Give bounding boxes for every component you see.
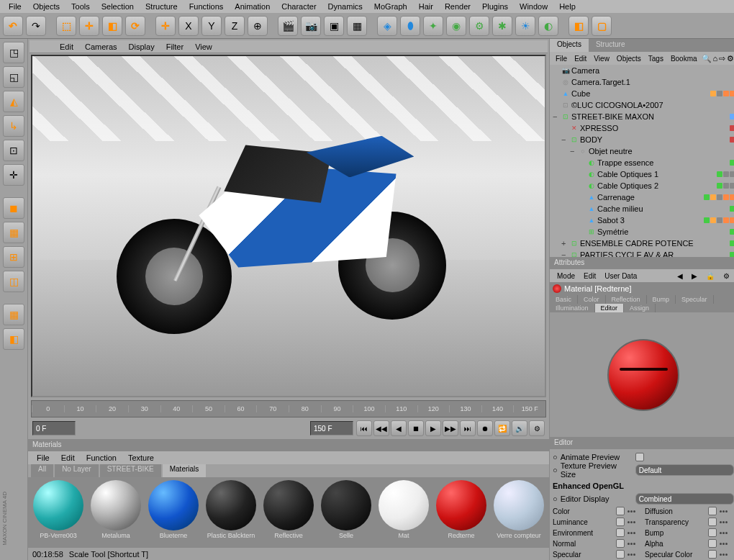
objects-menu-edit[interactable]: Edit: [571, 55, 589, 63]
tag-icon[interactable]: [730, 114, 734, 119]
toolbar-button[interactable]: ◐: [538, 16, 558, 36]
channel-menu-icon[interactable]: [627, 510, 642, 512]
tool-button[interactable]: ◼: [3, 197, 24, 219]
viewport-menu-cameras[interactable]: Cameras: [81, 42, 122, 51]
menu-render[interactable]: Render: [440, 2, 475, 11]
channel-menu-icon[interactable]: [627, 521, 642, 523]
toolbar-button[interactable]: ▣: [324, 16, 344, 36]
attr-tab-bump[interactable]: Bump: [647, 295, 676, 304]
attr-tab-specular[interactable]: Specular: [676, 295, 714, 304]
tag-icon[interactable]: [723, 183, 729, 189]
objects-toolbar-icon[interactable]: ⚙: [727, 54, 734, 63]
tree-row[interactable]: ◐ Trappe essence: [550, 157, 734, 168]
playback-button[interactable]: ⏮: [356, 420, 372, 436]
toolbar-button[interactable]: 📷: [301, 16, 321, 36]
tag-icon[interactable]: [710, 91, 716, 96]
frame-end-field[interactable]: 150 F: [310, 421, 353, 435]
channel-checkbox[interactable]: [708, 550, 717, 559]
playback-button[interactable]: ◀◀: [373, 420, 389, 436]
tag-icon[interactable]: [704, 217, 710, 223]
attr-tab-editor[interactable]: Editor: [595, 304, 625, 312]
playback-button[interactable]: 🔁: [494, 420, 510, 436]
toolbar-button[interactable]: ↷: [26, 16, 46, 36]
toolbar-button[interactable]: ✛: [155, 16, 176, 36]
viewport-menu-edit[interactable]: Edit: [55, 42, 78, 51]
objects-tab-objects[interactable]: Objects: [550, 39, 589, 52]
materials-menu-file[interactable]: File: [32, 453, 54, 462]
playback-button[interactable]: ⏭: [460, 420, 476, 436]
material-item[interactable]: Reflective: [261, 480, 316, 544]
tag-icon[interactable]: [730, 194, 734, 200]
materials-menu-texture[interactable]: Texture: [124, 453, 158, 462]
toolbar-button[interactable]: X: [178, 16, 199, 36]
playback-button[interactable]: ▶: [425, 420, 441, 436]
tree-expand-icon[interactable]: −: [570, 147, 577, 155]
viewport-3d[interactable]: [31, 55, 546, 397]
tag-icon[interactable]: [730, 183, 734, 189]
attr-nav-icon[interactable]: ◀: [674, 272, 686, 280]
channel-checkbox[interactable]: [708, 518, 717, 526]
attr-tab-basic[interactable]: Basic: [550, 295, 578, 304]
tag-icon[interactable]: [730, 217, 734, 223]
menu-objects[interactable]: Objects: [29, 2, 64, 11]
tag-icon[interactable]: [717, 171, 722, 177]
channel-checkbox[interactable]: [616, 550, 625, 559]
toolbar-button[interactable]: Y: [201, 16, 222, 36]
material-item[interactable]: Metaluma: [89, 480, 143, 544]
tag-icon[interactable]: [710, 217, 716, 223]
objects-menu-bookma[interactable]: Bookma: [668, 55, 700, 63]
tool-button[interactable]: ✛: [3, 164, 24, 186]
objects-menu-tags[interactable]: Tags: [645, 55, 666, 63]
material-item[interactable]: Blueterne: [146, 480, 201, 544]
menu-character[interactable]: Character: [277, 2, 320, 11]
tag-icon[interactable]: [723, 91, 729, 96]
objects-toolbar-icon[interactable]: 🔍: [702, 54, 712, 63]
toolbar-button[interactable]: ▦: [347, 16, 367, 36]
tree-row[interactable]: − ⊡ STREET-BIKE MAXON: [550, 111, 734, 122]
material-item[interactable]: Selle: [319, 480, 373, 544]
menu-mograph[interactable]: MoGraph: [370, 2, 412, 11]
material-item[interactable]: PB-Verre003: [31, 480, 86, 544]
tag-icon[interactable]: [730, 125, 734, 131]
tag-icon[interactable]: [730, 240, 734, 246]
material-item[interactable]: Redterne: [434, 480, 489, 544]
tag-icon[interactable]: [730, 171, 734, 177]
attr-menu-edit[interactable]: Edit: [581, 272, 599, 280]
channel-menu-icon[interactable]: [627, 554, 642, 556]
toolbar-button[interactable]: ⟳: [125, 16, 145, 36]
tool-button[interactable]: ▦: [3, 222, 24, 243]
menu-functions[interactable]: Functions: [185, 2, 228, 11]
tool-button[interactable]: ↳: [3, 115, 24, 137]
tag-icon[interactable]: [704, 194, 710, 200]
attr-menu-icon[interactable]: ⚙: [720, 272, 733, 280]
toolbar-button[interactable]: ☀: [515, 16, 535, 36]
menu-window[interactable]: Window: [515, 2, 552, 11]
tag-icon[interactable]: [730, 252, 734, 257]
tag-icon[interactable]: [730, 229, 734, 235]
tree-row[interactable]: ◐ Cable Optiques 1: [550, 168, 734, 180]
tree-expand-icon[interactable]: −: [561, 250, 568, 257]
menu-tools[interactable]: Tools: [67, 2, 94, 11]
toolbar-button[interactable]: Z: [225, 16, 245, 36]
tag-icon[interactable]: [717, 91, 722, 96]
channel-menu-icon[interactable]: [627, 532, 642, 534]
tool-button[interactable]: ▦: [3, 304, 24, 325]
toolbar-button[interactable]: ⚙: [469, 16, 489, 36]
materials-tab[interactable]: No Layer: [55, 464, 99, 477]
tree-row[interactable]: − ⊡ PARTIES CYCLE AV & AR: [550, 249, 734, 257]
tree-row[interactable]: 📷 Camera: [550, 65, 734, 76]
tag-icon[interactable]: [730, 137, 734, 143]
tag-icon[interactable]: [717, 183, 722, 189]
materials-tab[interactable]: STREET-BIKE: [100, 464, 161, 477]
channel-menu-icon[interactable]: [720, 521, 734, 523]
material-item[interactable]: Verre compteur: [491, 480, 546, 544]
tree-expand-icon[interactable]: −: [553, 112, 560, 121]
materials-tab[interactable]: Materials: [163, 464, 207, 477]
attr-tab-reflection[interactable]: Reflection: [606, 295, 647, 304]
tree-expand-icon[interactable]: +: [561, 239, 568, 248]
material-preview-sphere[interactable]: [607, 339, 679, 411]
tree-row[interactable]: ▲ Sabot 3: [550, 214, 734, 226]
tex-preview-size-dropdown[interactable]: Default: [635, 464, 734, 476]
toolbar-button[interactable]: ⬮: [400, 16, 420, 36]
channel-menu-icon[interactable]: [720, 510, 734, 512]
